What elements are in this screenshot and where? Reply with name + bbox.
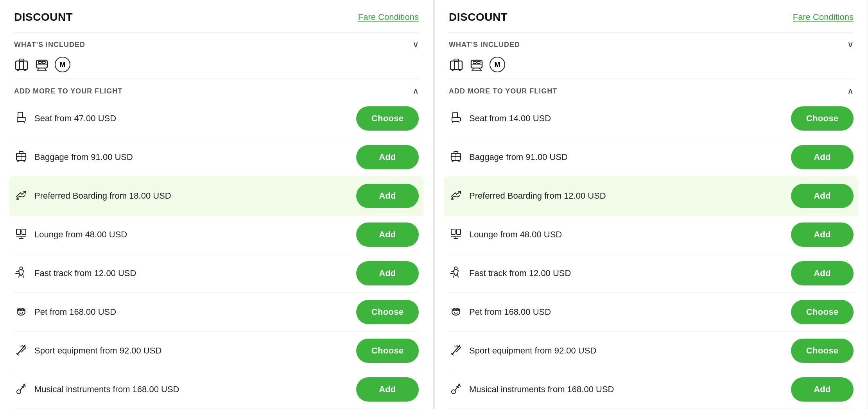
left-whats-included-chevron[interactable]: ∨	[412, 39, 419, 50]
left-add-more-label: ADD MORE TO YOUR FLIGHT	[14, 87, 122, 95]
left-lounge-add-button[interactable]: Add	[356, 222, 419, 247]
left-seat-row: Seat from 47.00 USD Choose	[14, 99, 419, 138]
left-pet-icon	[14, 305, 28, 319]
left-sport-choose-button[interactable]: Choose	[356, 339, 419, 363]
svg-point-21	[17, 198, 18, 200]
right-included-icons: M	[449, 54, 854, 79]
right-lounge-add-button[interactable]: Add	[791, 222, 854, 247]
right-whats-included-section: WHAT'S INCLUDED ∨	[449, 32, 854, 79]
right-baggage-icon	[449, 150, 463, 165]
right-pet-text: Pet from 168.00 USD	[469, 307, 551, 317]
left-add-more-chevron[interactable]: ∧	[412, 86, 419, 96]
svg-line-77	[457, 274, 458, 277]
right-sport-row: Sport equipment from 92.00 USD Choose	[449, 332, 854, 370]
left-fasttrack-icon	[14, 266, 28, 281]
svg-line-30	[19, 274, 20, 277]
left-music-row: Musical instruments from 168.00 USD Add	[14, 370, 419, 409]
left-pet-text: Pet from 168.00 USD	[34, 307, 116, 317]
right-lounge-icon	[449, 228, 463, 242]
svg-rect-54	[473, 61, 476, 63]
svg-rect-22	[16, 229, 20, 235]
right-music-icon	[449, 382, 463, 397]
svg-rect-46	[450, 61, 462, 70]
left-seat-icon	[14, 111, 28, 126]
left-whats-included-label: WHAT'S INCLUDED	[14, 41, 85, 49]
svg-point-75	[455, 267, 457, 269]
svg-point-37	[20, 312, 20, 312]
right-fasttrack-text: Fast track from 12.00 USD	[469, 268, 571, 278]
right-sport-choose-button[interactable]: Choose	[791, 339, 854, 363]
right-baggage-text: Baggage from 91.00 USD	[469, 152, 568, 162]
right-fare-conditions-link[interactable]: Fare Conditions	[793, 12, 854, 22]
svg-point-82	[456, 309, 459, 311]
right-music-add-button[interactable]: Add	[791, 377, 854, 402]
svg-point-36	[22, 309, 24, 311]
left-panel: DISCOUNT Fare Conditions WHAT'S INCLUDED…	[0, 0, 433, 409]
right-seat-icon	[449, 111, 463, 126]
left-baggage-add-button[interactable]: Add	[356, 145, 419, 169]
svg-rect-23	[22, 229, 26, 235]
left-seat-choose-button[interactable]: Choose	[356, 106, 419, 131]
svg-point-51	[459, 70, 461, 71]
right-whats-included-header: WHAT'S INCLUDED ∨	[449, 32, 854, 54]
right-add-more-section: ADD MORE TO YOUR FLIGHT ∧ Seat from 14.0…	[449, 79, 854, 409]
right-music-text: Musical instruments from 168.00 USD	[469, 384, 614, 395]
right-panel: DISCOUNT Fare Conditions WHAT'S INCLUDED…	[435, 0, 868, 409]
svg-rect-0	[16, 61, 27, 70]
right-panel-header: DISCOUNT Fare Conditions	[449, 11, 854, 23]
left-music-icon	[14, 382, 28, 397]
left-panel-header: DISCOUNT Fare Conditions	[14, 11, 419, 23]
svg-point-83	[454, 312, 455, 312]
svg-rect-68	[451, 229, 455, 235]
right-panel-title: DISCOUNT	[449, 11, 508, 23]
svg-point-20	[23, 160, 25, 162]
left-lounge-row: Lounge from 48.00 USD Add	[14, 215, 419, 254]
left-sport-row: Sport equipment from 92.00 USD Choose	[14, 332, 419, 370]
right-sport-icon	[449, 344, 463, 358]
svg-point-4	[17, 70, 19, 71]
svg-point-65	[452, 160, 454, 162]
right-add-more-chevron[interactable]: ∧	[847, 86, 854, 96]
left-add-more-section: ADD MORE TO YOUR FLIGHT ∧ Seat from 47.0…	[14, 79, 419, 409]
right-seat-choose-button[interactable]: Choose	[791, 106, 854, 131]
left-sport-icon	[14, 344, 28, 358]
left-pet-choose-button[interactable]: Choose	[356, 300, 419, 324]
right-whats-included-chevron[interactable]: ∨	[847, 39, 854, 50]
svg-point-67	[452, 198, 453, 200]
left-music-text: Musical instruments from 168.00 USD	[34, 384, 179, 395]
left-panel-title: DISCOUNT	[14, 11, 73, 23]
right-music-row: Musical instruments from 168.00 USD Add	[449, 370, 854, 409]
left-boarding-row: Preferred Boarding from 18.00 USD Add	[9, 177, 423, 215]
left-luggage-icon	[14, 57, 29, 72]
right-lounge-row: Lounge from 48.00 USD Add	[449, 215, 854, 254]
svg-rect-8	[38, 61, 41, 63]
right-whats-included-label: WHAT'S INCLUDED	[449, 41, 520, 49]
left-baggage-text: Baggage from 91.00 USD	[34, 152, 133, 162]
right-tram-icon	[469, 57, 484, 72]
right-sport-text: Sport equipment from 92.00 USD	[469, 346, 596, 356]
right-pet-icon	[449, 305, 463, 319]
left-boarding-text: Preferred Boarding from 18.00 USD	[34, 191, 171, 201]
svg-point-35	[18, 309, 21, 311]
left-pet-row: Pet from 168.00 USD Choose	[14, 293, 419, 332]
right-fasttrack-icon	[449, 266, 463, 281]
left-boarding-add-button[interactable]: Add	[356, 184, 419, 208]
right-fasttrack-add-button[interactable]: Add	[791, 261, 854, 285]
right-pet-row: Pet from 168.00 USD Choose	[449, 293, 854, 332]
right-fasttrack-row: Fast track from 12.00 USD Add	[449, 254, 854, 293]
left-music-add-button[interactable]: Add	[356, 377, 419, 402]
left-tram-icon	[34, 57, 49, 72]
svg-point-84	[457, 312, 457, 312]
left-fare-conditions-link[interactable]: Fare Conditions	[358, 12, 419, 22]
svg-point-29	[20, 267, 23, 269]
right-boarding-add-button[interactable]: Add	[791, 184, 854, 208]
right-pet-choose-button[interactable]: Choose	[791, 300, 854, 324]
svg-rect-9	[42, 61, 45, 63]
right-lounge-text: Lounge from 48.00 USD	[469, 230, 562, 240]
svg-point-66	[458, 160, 460, 162]
left-fasttrack-add-button[interactable]: Add	[356, 261, 419, 285]
left-lounge-icon	[14, 228, 28, 242]
svg-point-5	[24, 70, 26, 71]
right-add-more-header: ADD MORE TO YOUR FLIGHT ∧	[449, 79, 854, 99]
right-baggage-add-button[interactable]: Add	[791, 145, 854, 169]
